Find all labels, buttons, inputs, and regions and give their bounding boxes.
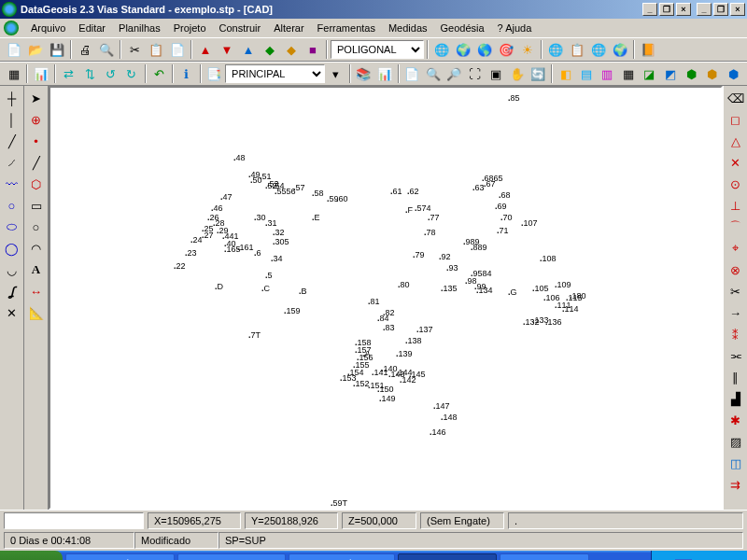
taskbar-item[interactable]: 🌐 DataGeosis 2.3... bbox=[398, 553, 497, 560]
menu-geodsia[interactable]: Geodésia bbox=[434, 21, 491, 35]
offset-icon[interactable]: ∥ bbox=[726, 367, 746, 387]
doc-icon[interactable]: 📋 bbox=[567, 39, 587, 60]
surf-a-icon[interactable]: ⬢ bbox=[682, 63, 701, 84]
tool-d-icon[interactable]: ◆ bbox=[260, 39, 280, 60]
child-close-button[interactable]: × bbox=[730, 3, 745, 16]
menu-construir[interactable]: Construir bbox=[213, 21, 268, 35]
arrows-3-icon[interactable]: ↺ bbox=[101, 63, 120, 84]
child-minimize-button[interactable]: _ bbox=[697, 3, 712, 16]
pointer-icon[interactable]: ➤ bbox=[26, 88, 47, 108]
trim-icon[interactable]: ✂ bbox=[726, 281, 746, 301]
snap-perp-icon[interactable]: ⊥ bbox=[726, 195, 746, 216]
mark-icon[interactable]: ⊕ bbox=[26, 109, 47, 130]
tool-f-icon[interactable]: ■ bbox=[303, 39, 323, 60]
surf-c-icon[interactable]: ⬢ bbox=[723, 63, 742, 84]
arrows-4-icon[interactable]: ↻ bbox=[121, 63, 141, 84]
print-icon[interactable]: 🖨 bbox=[75, 39, 95, 60]
globe-1-icon[interactable]: 🌐 bbox=[431, 39, 452, 60]
align-icon[interactable]: ⇉ bbox=[726, 474, 746, 495]
stack-icon[interactable]: 📚 bbox=[354, 63, 374, 84]
paste-icon[interactable]: 📄 bbox=[167, 39, 188, 60]
arc-icon[interactable]: ◡ bbox=[2, 259, 22, 280]
command-input[interactable] bbox=[4, 512, 144, 529]
snap-near-icon[interactable]: ⌖ bbox=[726, 238, 746, 259]
menu-medidas[interactable]: Medidas bbox=[382, 21, 434, 35]
chart-icon[interactable]: 📊 bbox=[31, 63, 50, 84]
surf-b-icon[interactable]: ⬢ bbox=[702, 63, 722, 84]
tool-b-icon[interactable]: ▼ bbox=[217, 39, 237, 60]
break-icon[interactable]: ⁑ bbox=[726, 324, 746, 344]
menu-projeto[interactable]: Projeto bbox=[167, 21, 213, 35]
closed-icon[interactable]: ⬡ bbox=[26, 174, 47, 194]
layer-d-icon[interactable]: ▦ bbox=[618, 63, 638, 84]
grid-icon[interactable]: ▦ bbox=[4, 63, 23, 84]
circle-icon[interactable]: ○ bbox=[2, 195, 22, 216]
sun-icon[interactable]: ☀ bbox=[517, 39, 538, 60]
zoom-in-icon[interactable]: 🔍 bbox=[423, 63, 443, 84]
dline-icon[interactable]: ⟋ bbox=[2, 152, 22, 173]
line-icon[interactable]: ╱ bbox=[2, 131, 22, 151]
layer-e-icon[interactable]: ◪ bbox=[640, 63, 659, 84]
zoom-out-icon[interactable]: 🔎 bbox=[444, 63, 464, 84]
dropdown-icon[interactable]: ▾ bbox=[326, 63, 345, 84]
layer-a-icon[interactable]: ◧ bbox=[556, 63, 575, 84]
help-icon[interactable]: 📙 bbox=[638, 39, 658, 60]
taskbar-item[interactable]: 📝 MANUAL_GEOSI... bbox=[177, 553, 286, 560]
curve-icon[interactable]: ʆ bbox=[2, 281, 22, 301]
snap-mid-icon[interactable]: △ bbox=[726, 131, 746, 151]
menu-editar[interactable]: Editar bbox=[72, 21, 112, 35]
menu-ajuda[interactable]: ? Ajuda bbox=[491, 21, 539, 35]
arc3-icon[interactable]: ◠ bbox=[26, 238, 47, 259]
maximize-button[interactable]: ❐ bbox=[659, 3, 674, 16]
taskbar-item[interactable]: 🎨 imagem - Paint bbox=[500, 553, 589, 560]
layer-c-icon[interactable]: ▥ bbox=[598, 63, 617, 84]
globe-4-icon[interactable]: 🌐 bbox=[545, 39, 566, 60]
start-button[interactable]: ⊞Iniciar bbox=[0, 551, 63, 560]
arrows-1-icon[interactable]: ⇄ bbox=[59, 63, 78, 84]
cut-icon[interactable]: ✂ bbox=[124, 39, 145, 60]
point-icon[interactable]: • bbox=[26, 131, 47, 151]
menu-planilhas[interactable]: Planilhas bbox=[112, 21, 167, 35]
globe-6-icon[interactable]: 🌍 bbox=[610, 39, 630, 60]
snap-node-icon[interactable]: ⊗ bbox=[726, 259, 746, 280]
page-icon[interactable]: 📄 bbox=[402, 63, 422, 84]
layer-f-icon[interactable]: ◩ bbox=[660, 63, 680, 84]
minimize-button[interactable]: _ bbox=[642, 3, 657, 16]
dim-icon[interactable]: ↔ bbox=[26, 281, 47, 301]
info-icon[interactable]: ℹ bbox=[176, 63, 196, 84]
snap-end-icon[interactable]: ◻ bbox=[726, 109, 746, 130]
layer-b-icon[interactable]: ▤ bbox=[576, 63, 596, 84]
snap-int-icon[interactable]: ✕ bbox=[726, 152, 746, 173]
cad-canvas[interactable]: 85 59T 222324252627282944140464748495051… bbox=[49, 86, 723, 510]
menu-ferramentas[interactable]: Ferramentas bbox=[311, 21, 382, 35]
snap-tan-icon[interactable]: ⌒ bbox=[726, 217, 746, 237]
open-icon[interactable]: 📂 bbox=[25, 39, 46, 60]
arrows-2-icon[interactable]: ⇅ bbox=[79, 63, 99, 84]
region-icon[interactable]: ◫ bbox=[726, 453, 746, 473]
layer-combo[interactable]: PRINCIPAL bbox=[225, 64, 325, 83]
mirror-icon[interactable]: ▟ bbox=[726, 388, 746, 409]
rect-icon[interactable]: ▭ bbox=[26, 195, 47, 216]
tool-a-icon[interactable]: ▲ bbox=[195, 39, 216, 60]
globe-2-icon[interactable]: 🌍 bbox=[453, 39, 473, 60]
measure-icon[interactable]: 📐 bbox=[26, 302, 47, 323]
taskbar-item[interactable]: 📝 GUIA PRÁTICO I... bbox=[289, 553, 395, 560]
seg-icon[interactable]: ╱ bbox=[26, 152, 47, 173]
globe-3-icon[interactable]: 🌎 bbox=[474, 39, 495, 60]
delete-icon[interactable]: ✕ bbox=[2, 302, 22, 323]
eraser-icon[interactable]: ⌫ bbox=[726, 88, 746, 108]
undo-icon[interactable]: ↶ bbox=[149, 63, 169, 84]
child-maximize-button[interactable]: ❐ bbox=[713, 3, 728, 16]
arc2-icon[interactable]: ◯ bbox=[2, 238, 22, 259]
close-button[interactable]: × bbox=[676, 3, 691, 16]
tool-e-icon[interactable]: ◆ bbox=[281, 39, 302, 60]
menu-arquivo[interactable]: Arquivo bbox=[24, 21, 72, 35]
ellipse-icon[interactable]: ⬭ bbox=[2, 217, 22, 237]
pan-icon[interactable]: ✋ bbox=[507, 63, 527, 84]
polyline-icon[interactable]: 〰 bbox=[2, 174, 22, 194]
layers-icon[interactable]: 📑 bbox=[204, 63, 224, 84]
poligonal-combo[interactable]: POLIGONAL bbox=[331, 40, 424, 59]
refresh-icon[interactable]: 🔄 bbox=[528, 63, 547, 84]
target-icon[interactable]: 🎯 bbox=[496, 39, 516, 60]
zoom-window-icon[interactable]: ▣ bbox=[486, 63, 505, 84]
